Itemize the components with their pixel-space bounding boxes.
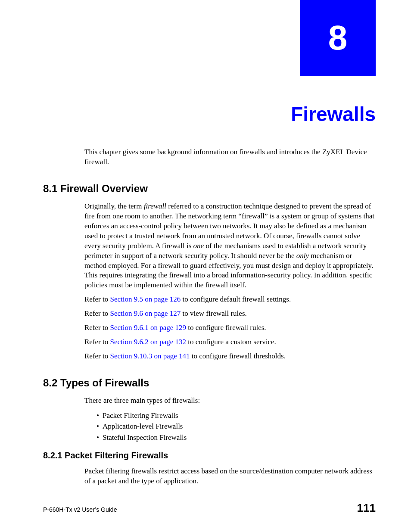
section-8-2-1-para: Packet filtering firewalls restrict acce…	[84, 467, 376, 486]
page-footer: P-660H-Tx v2 User’s Guide 111	[43, 501, 376, 515]
footer-page-number: 111	[357, 501, 376, 515]
italic-firewall: firewall	[144, 202, 166, 210]
list-item: Packet Filtering Firewalls	[97, 410, 376, 421]
ref-post: to view firewall rules.	[181, 309, 246, 317]
chapter-title: Firewalls	[291, 103, 376, 126]
section-8-2-intro: There are three main types of firewalls:	[84, 396, 376, 406]
reference-link[interactable]: Section 9.5 on page 126	[110, 295, 181, 303]
italic-only: only	[296, 252, 309, 260]
section-heading-8-2: 8.2 Types of Firewalls	[43, 377, 376, 389]
list-item: Stateful Inspection Firewalls	[97, 432, 376, 443]
list-item: Application-level Firewalls	[97, 421, 376, 432]
text-part: Originally, the term	[84, 202, 144, 210]
ref-pre: Refer to	[84, 338, 110, 346]
reference-line: Refer to Section 9.6.1 on page 129 to co…	[84, 323, 376, 333]
reference-link[interactable]: Section 9.6 on page 127	[110, 309, 181, 317]
reference-line: Refer to Section 9.6 on page 127 to view…	[84, 309, 376, 319]
ref-pre: Refer to	[84, 352, 110, 360]
chapter-number: 8	[328, 18, 348, 58]
section-heading-8-1: 8.1 Firewall Overview	[43, 183, 376, 195]
ref-pre: Refer to	[84, 324, 110, 332]
reference-line: Refer to Section 9.6.2 on page 132 to co…	[84, 337, 376, 347]
firewall-types-list: Packet Filtering Firewalls Application-l…	[97, 410, 376, 443]
reference-link[interactable]: Section 9.6.1 on page 129	[110, 324, 186, 332]
reference-line: Refer to Section 9.10.3 on page 141 to c…	[84, 352, 376, 361]
reference-link[interactable]: Section 9.10.3 on page 141	[110, 352, 190, 360]
chapter-intro: This chapter gives some background infor…	[84, 147, 376, 167]
chapter-number-box: 8	[300, 0, 376, 76]
page-content: This chapter gives some background infor…	[43, 147, 376, 491]
subsection-heading-8-2-1: 8.2.1 Packet Filtering Firewalls	[43, 451, 376, 460]
footer-guide-name: P-660H-Tx v2 User’s Guide	[43, 506, 117, 513]
reference-line: Refer to Section 9.5 on page 126 to conf…	[84, 295, 376, 305]
ref-post: to configure a custom service.	[186, 338, 276, 346]
italic-one: one	[193, 242, 204, 250]
ref-pre: Refer to	[84, 309, 110, 317]
ref-pre: Refer to	[84, 295, 110, 303]
section-8-1-para: Originally, the term firewall referred t…	[84, 202, 376, 290]
ref-post: to configure default firewall settings.	[181, 295, 291, 303]
reference-link[interactable]: Section 9.6.2 on page 132	[110, 338, 186, 346]
ref-post: to configure firewall thresholds.	[190, 352, 286, 360]
ref-post: to configure firewall rules.	[186, 324, 266, 332]
